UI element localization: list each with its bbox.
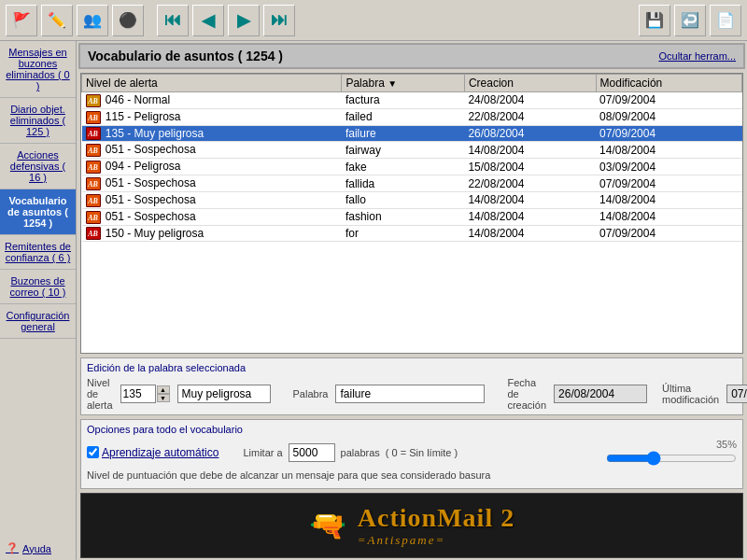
main-layout: Mensajes en buzones eliminados ( 0 ) Dia… [0, 41, 747, 560]
ultima-mod-input [726, 385, 747, 403]
sidebar-item-acciones[interactable]: Acciones defensivas ( 16 ) [0, 144, 76, 189]
word-cell: for [342, 225, 464, 242]
level-cell: AB 135 - Muy peligrosa [82, 125, 342, 142]
nivel-text-input[interactable] [177, 385, 271, 403]
level-icon: AB [86, 194, 101, 207]
circle-button[interactable]: ⚫ [112, 5, 144, 36]
sidebar-item-mensajes[interactable]: Mensajes en buzones eliminados ( 0 ) [0, 41, 76, 98]
level-cell: AB 115 - Peligrosa [82, 108, 342, 125]
table-row[interactable]: AB 046 - Normal factura 24/08/2004 07/09… [82, 92, 742, 109]
table-row[interactable]: AB 150 - Muy peligrosa for 14/08/2004 07… [82, 225, 742, 242]
new-button[interactable]: 📄 [710, 5, 741, 36]
sidebar-item-buzones[interactable]: Buzones de correo ( 10 ) [0, 270, 76, 304]
table-row[interactable]: AB 094 - Peligrosa fake 15/08/2004 03/09… [82, 159, 742, 175]
last-button[interactable]: ⏭ [263, 5, 295, 36]
banner-content: 🔫 ActionMail 2 =Antispame= [309, 503, 514, 548]
edit-section-title: Edición de la palabra seleccionada [87, 362, 737, 373]
created-cell: 22/08/2004 [464, 175, 596, 192]
created-cell: 26/08/2004 [464, 125, 596, 142]
sidebar-item-remitentes[interactable]: Remitentes de confianza ( 6 ) [0, 235, 76, 270]
options-row2: Nivel de puntuación que debe de alcanzar… [87, 469, 737, 481]
ultima-mod-label: Última modificación [662, 383, 719, 405]
options-section: Opciones para todo el vocabulario Aprend… [80, 419, 743, 489]
level-cell: AB 046 - Normal [82, 92, 342, 109]
modified-cell: 07/09/2004 [596, 125, 741, 142]
palabras-label: palabras [341, 447, 380, 458]
level-cell: AB 051 - Sospechosa [82, 208, 342, 225]
modified-cell: 14/08/2004 [596, 142, 741, 159]
nivel-label: Nivel de alerta [87, 377, 113, 411]
level-cell: AB 051 - Sospechosa [82, 142, 342, 159]
sidebar-item-configuracion[interactable]: Configuración general [0, 304, 76, 339]
modified-cell: 08/09/2004 [596, 108, 741, 125]
spam-level-label: Nivel de puntuación que debe de alcanzar… [87, 469, 490, 481]
spam-slider[interactable] [606, 451, 737, 466]
auto-learn-label: Aprendizaje automático [102, 446, 218, 459]
auto-learn-checkbox[interactable] [87, 446, 99, 458]
nivel-num-input[interactable] [120, 385, 156, 403]
auto-learn-checkbox-label[interactable]: Aprendizaje automático [87, 446, 218, 459]
table-row[interactable]: AB 115 - Peligrosa failed 22/08/2004 08/… [82, 108, 742, 125]
level-icon: AB [86, 144, 101, 157]
prev-button[interactable]: ◀ [192, 5, 224, 36]
refresh-button[interactable]: ↩️ [674, 5, 706, 36]
level-cell: AB 094 - Peligrosa [82, 159, 342, 175]
banner-title: ActionMail 2 [358, 503, 514, 533]
sidebar-item-diario[interactable]: Diario objet. eliminados ( 125 ) [0, 98, 76, 144]
people-button[interactable]: 👥 [77, 5, 108, 36]
vocab-table: Nivel de alerta Palabra ▼ Creacion Modif… [81, 74, 742, 242]
level-cell: AB 150 - Muy peligrosa [82, 225, 342, 242]
created-cell: 14/08/2004 [464, 225, 596, 242]
level-icon: AB [86, 227, 101, 240]
content-header: Vocabulario de asuntos ( 1254 ) Ocultar … [78, 43, 745, 69]
word-cell: fashion [342, 208, 464, 225]
level-icon: AB [86, 161, 101, 174]
col-palabra[interactable]: Palabra ▼ [342, 75, 464, 92]
word-cell: fallo [342, 191, 464, 208]
sidebar-help[interactable]: ❓ Ayuda [0, 537, 76, 560]
modified-cell: 14/08/2004 [596, 208, 741, 225]
level-cell: AB 051 - Sospechosa [82, 191, 342, 208]
table-row[interactable]: AB 051 - Sospechosa fairway 14/08/2004 1… [82, 142, 742, 159]
fecha-creacion-input [554, 385, 647, 403]
palabra-label: Palabra [293, 388, 329, 399]
flag-button[interactable]: 🚩 [6, 5, 37, 36]
table-row[interactable]: AB 051 - Sospechosa fashion 14/08/2004 1… [82, 208, 742, 225]
col-nivel[interactable]: Nivel de alerta [82, 75, 342, 92]
limit-input[interactable] [289, 443, 335, 462]
modified-cell: 14/08/2004 [596, 191, 741, 208]
created-cell: 14/08/2004 [464, 191, 596, 208]
col-creacion[interactable]: Creacion [464, 75, 596, 92]
limit-label: Limitar a [243, 447, 282, 458]
help-label: Ayuda [22, 543, 51, 554]
hide-tools-link[interactable]: Ocultar herram... [658, 50, 736, 62]
spin-buttons: ▲ ▼ [157, 385, 170, 402]
nivel-spinbox: ▲ ▼ [120, 385, 170, 403]
table-row[interactable]: AB 135 - Muy peligrosa failure 26/08/200… [82, 125, 742, 142]
save-button[interactable]: 💾 [639, 5, 670, 36]
pencil-button[interactable]: ✏️ [41, 5, 73, 36]
banner-text: ActionMail 2 =Antispame= [358, 503, 514, 548]
sidebar-item-vocabulario[interactable]: Vocabulario de asuntos ( 1254 ) [0, 189, 76, 235]
spin-up-button[interactable]: ▲ [157, 385, 170, 394]
word-cell: fairway [342, 142, 464, 159]
created-cell: 24/08/2004 [464, 92, 596, 109]
table-row[interactable]: AB 051 - Sospechosa fallida 22/08/2004 0… [82, 175, 742, 192]
level-cell: AB 051 - Sospechosa [82, 175, 342, 192]
page-title: Vocabulario de asuntos ( 1254 ) [88, 49, 283, 63]
modified-cell: 07/09/2004 [596, 225, 741, 242]
first-button[interactable]: ⏮ [157, 5, 189, 36]
banner: 🔫 ActionMail 2 =Antispame= [80, 493, 743, 558]
palabra-input[interactable] [335, 385, 485, 403]
modified-cell: 07/09/2004 [596, 175, 741, 192]
spin-down-button[interactable]: ▼ [157, 394, 170, 402]
word-cell: fallida [342, 175, 464, 192]
level-icon: AB [86, 127, 101, 140]
level-icon: AB [86, 211, 101, 224]
modified-cell: 03/09/2004 [596, 159, 741, 175]
col-modificacion[interactable]: Modificación [596, 75, 741, 92]
modified-cell: 07/09/2004 [596, 92, 741, 109]
table-row[interactable]: AB 051 - Sospechosa fallo 14/08/2004 14/… [82, 191, 742, 208]
next-button[interactable]: ▶ [228, 5, 260, 36]
spam-slider-container: 35% [463, 439, 737, 466]
